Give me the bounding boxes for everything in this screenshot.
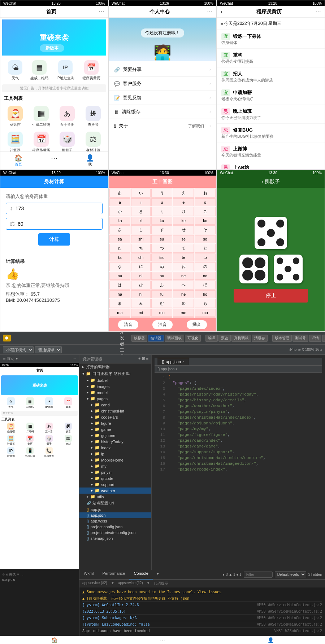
ide-menubar: ⬢ 项目 文件 编辑 工具 转到 查找 视图 界面 设置 帮助 微信开发者工具 … — [0, 332, 325, 345]
folder-support[interactable]: ▸ 📁 support — [79, 481, 151, 488]
home-nav-icon: 🏠 — [14, 154, 22, 162]
ide-toolbar-detail[interactable]: 详情 — [309, 335, 321, 342]
console-output: ▲ Some messages have been moved to the I… — [79, 587, 325, 642]
folder-icon-pages: 📁 — [90, 396, 95, 401]
home-banner[interactable]: 重磅来袭 新版本 — [2, 19, 106, 56]
ide-toolbar-compile[interactable]: 编译 — [205, 335, 218, 342]
cal-item-raise: 宜申请加薪 老板今天心情特好 — [217, 86, 325, 105]
log-issues: ▲ Some messages have been moved to the I… — [82, 589, 322, 595]
bmi-value: BMI: 20.04744562130375 — [6, 297, 103, 303]
ide-toolbar-real-machine[interactable]: 真机调试 — [231, 335, 251, 342]
folder-utils[interactable]: ▸ 📁 utils — [79, 494, 151, 500]
calc-button[interactable]: 计算 — [38, 233, 70, 246]
folder-gojuonn[interactable]: ▸ 📁 gojuonn — [79, 432, 151, 438]
tab-performance[interactable]: Performance — [98, 570, 130, 579]
console-filter-input[interactable] — [244, 572, 273, 578]
folder-game[interactable]: ▸ 📁 game — [79, 426, 151, 432]
tool-pinyin[interactable]: 拼 查拼音 — [80, 104, 106, 129]
file-app-js[interactable]: {} app.js — [79, 507, 151, 512]
folder-my[interactable]: ▸ 📁 my — [79, 463, 151, 469]
status-bar-3: WeChat 13:28 100% — [217, 0, 325, 6]
stop-dice-btn[interactable]: 停止 — [234, 289, 308, 303]
phone-info: iPhone X 100% 16 x — [289, 348, 322, 352]
menu-about[interactable]: ℹ关于 了解我们！› — [109, 119, 216, 133]
compile-select[interactable]: 普通编译 — [35, 346, 62, 353]
tool-christmashat[interactable]: 🎅 圣诞帽 — [2, 104, 28, 129]
folder-index[interactable]: ▸ 📁 index — [79, 445, 151, 451]
folder-icon-qrcode: 📁 — [95, 476, 100, 481]
code-line: 15 "pages/christmasHat/combine/combine", — [156, 455, 321, 461]
file-open-editors[interactable]: ▸ 打开的编辑器 — [79, 363, 151, 370]
js-file-icon: {} — [87, 508, 89, 512]
file-url[interactable]: 🔗 站点配置.url — [79, 500, 151, 507]
file-root[interactable]: ▾ 📁 口口正程序-站长图库- — [79, 370, 151, 377]
zhuoyin-btn[interactable]: 浊音 — [152, 320, 173, 329]
pinyin-table: あいうえお aiueo かきくけこ kakikukeko さしすせそ sashi… — [109, 188, 216, 318]
quick-qrcode[interactable]: ▦ 生成二维码 — [30, 60, 48, 81]
ide-toolbar-simulator[interactable]: 模拟器 — [131, 335, 147, 342]
ide-toolbar-upload[interactable]: 返回 — [322, 335, 325, 342]
nav-more[interactable]: ⋯ — [51, 154, 57, 167]
height-input[interactable] — [16, 206, 99, 211]
tab-console[interactable]: Console — [129, 570, 152, 579]
calendar-icon: 📅 — [84, 60, 99, 75]
folder-model[interactable]: ▸ 📁 model — [79, 389, 151, 396]
folder-ip[interactable]: ▸ 📁 ip — [79, 451, 151, 457]
weight-input[interactable] — [18, 221, 99, 227]
folder-figure[interactable]: ▸ 📁 figure — [79, 420, 151, 426]
ide-toolbar-preview[interactable]: 预览 — [218, 335, 231, 342]
ide-toolbar-visual[interactable]: 可视化 — [185, 335, 201, 342]
folder-pages[interactable]: ▾ 📁 pages — [79, 396, 151, 402]
menu-share[interactable]: 🔗我要分享 › — [109, 63, 216, 77]
tool-hiragana[interactable]: あ 五十音图 — [54, 104, 80, 129]
calendar-header: ‹ 程序员黄历 ⋯ — [217, 6, 325, 18]
file-project-config[interactable]: {} project.config.json — [79, 524, 151, 530]
ide-toolbar-clear[interactable]: 清缓存 — [252, 335, 268, 342]
tab-wxml[interactable]: Wxml — [79, 570, 98, 579]
quick-ip[interactable]: IP IP地址查询 — [56, 60, 74, 81]
tool-qrcode[interactable]: ▦ 生成二维码 — [28, 104, 54, 129]
folder-codepars[interactable]: ▸ 📁 codePars — [79, 414, 151, 420]
ide-toolbar-version[interactable]: 版本管理 — [272, 335, 292, 342]
menu-feedback[interactable]: 📝意见反馈 › — [109, 91, 216, 105]
bottom-toolbar-info: ⊙ ⊕ 调试 ▼ ... 0.0 φ 0.0 — [1, 572, 78, 582]
folder-weather[interactable]: ▸ 📁 weather — [79, 488, 151, 494]
tab-app-json[interactable]: {} app.json × — [157, 358, 189, 365]
close-tab-icon[interactable]: × — [182, 360, 185, 364]
folder-christmashat[interactable]: ▸ 📁 christmasHat — [79, 408, 151, 414]
file-project-private[interactable]: {} project.private.config.json — [79, 530, 151, 535]
tool-grid: 🎅 圣诞帽 ▦ 生成二维码 あ 五十音图 拼 查拼音 🧮 计算器 📅 程序员黄 — [0, 104, 108, 155]
folder-historytoday[interactable]: ▸ 📁 historyToday — [79, 438, 151, 445]
folder-pinyin[interactable]: ▸ 📁 pinyin — [79, 469, 151, 475]
menu-service[interactable]: 💬客户服务 › — [109, 77, 216, 91]
folder-mobilehome[interactable]: ▸ 📁 MobileHome — [79, 457, 151, 463]
aoyin-btn[interactable]: 拗音 — [187, 320, 207, 329]
folder-qrcode[interactable]: ▸ 📁 qrcode — [79, 475, 151, 481]
quick-calendar[interactable]: 📅 程序员黄历 — [82, 60, 100, 81]
menu-clear-cache[interactable]: 🗑清除缓存 › — [109, 105, 216, 119]
qingyin-btn[interactable]: 清音 — [118, 320, 138, 329]
file-app-json[interactable]: {} app.json — [79, 512, 151, 518]
console-level-select[interactable]: Default levels — [275, 571, 306, 578]
folder-icon-babel: 📁 — [90, 378, 95, 383]
pinyin-icon: 拼 — [86, 106, 101, 121]
result-title: 计算结果 — [6, 258, 103, 265]
folder-images[interactable]: ▸ 📁 images — [79, 383, 151, 389]
file-sitemap[interactable]: {} sitemap.json — [79, 535, 151, 541]
code-line: 2 "pages": [ — [156, 380, 321, 386]
nav-home[interactable]: 🏠 首页 — [14, 154, 22, 167]
file-app-wxss[interactable]: {} app.wxss — [79, 518, 151, 524]
ide-toolbar-debug[interactable]: 调试面板 — [165, 335, 184, 342]
mode-select[interactable]: 小程序模式 — [3, 346, 34, 353]
code-editor-content[interactable]: 1{ 2 "pages": [ 3 "pages/index/index", 4… — [155, 373, 322, 474]
about-icon: ℹ — [114, 123, 116, 129]
ide-toolbar-editor[interactable]: 编辑器 — [148, 335, 164, 342]
tab-more[interactable]: ▸ — [153, 570, 164, 579]
ide-toolbar-test[interactable]: 测试号 — [292, 335, 308, 342]
folder-babel[interactable]: ▸ 📁 .babel — [79, 377, 151, 383]
folder-cand[interactable]: ▸ 📁 cand — [79, 402, 151, 408]
ide-editor: {} app.json × {} app.json > 1{ 2 "pages"… — [152, 355, 325, 570]
nav-profile[interactable]: 👤 我 — [86, 154, 94, 167]
quick-weather[interactable]: 🌤 天气 — [8, 60, 22, 81]
log-onlaunch: App: onLaunch have been invoked VM51 WAS… — [82, 628, 322, 634]
